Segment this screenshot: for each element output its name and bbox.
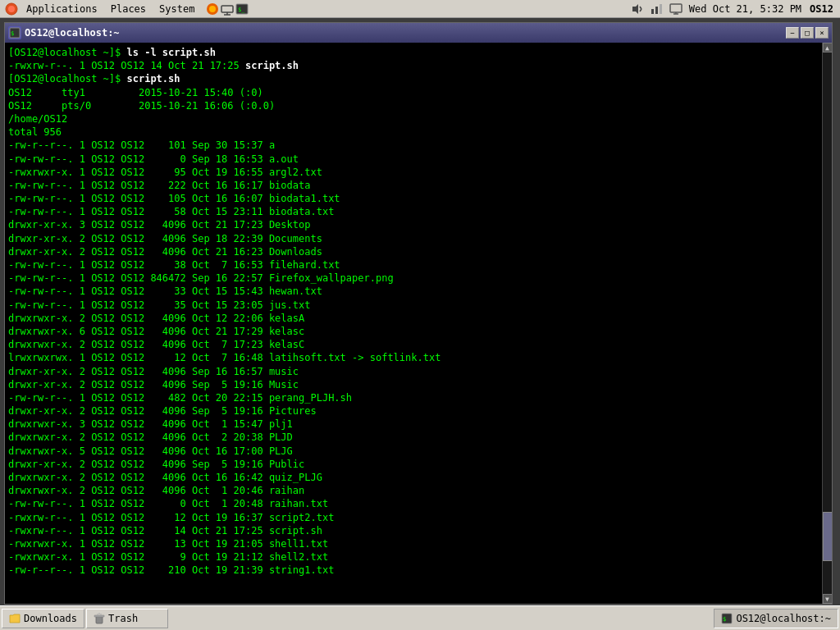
svg-rect-21: [94, 615, 104, 617]
desktop: $ OS12@localhost:~ − □ × [OS12@localhost…: [0, 18, 840, 605]
svg-line-11: [640, 9, 641, 11]
svg-marker-9: [632, 4, 638, 14]
taskbar: Downloads Trash $ OS12@localhost:~: [0, 605, 840, 630]
svg-point-1: [8, 6, 15, 12]
scrollbar-track[interactable]: [823, 52, 833, 594]
network-status-icon: [650, 2, 663, 16]
svg-rect-4: [221, 6, 233, 12]
scrollbar-thumb[interactable]: [823, 512, 833, 561]
terminal-window: $ OS12@localhost:~ − □ × [OS12@localhost…: [4, 22, 833, 605]
svg-rect-15: [670, 4, 682, 12]
menu-places[interactable]: Places: [104, 2, 153, 16]
downloads-label: Downloads: [24, 613, 77, 624]
terminal-scrollbar[interactable]: ▲ ▼: [822, 43, 832, 604]
svg-text:$_: $_: [238, 7, 245, 13]
terminal-taskbar-icon: $: [721, 613, 733, 624]
scrollbar-down-button[interactable]: ▼: [823, 594, 833, 604]
maximize-button[interactable]: □: [801, 27, 814, 39]
terminal-title-text: OS12@localhost:~: [25, 27, 783, 39]
display-icon: [669, 2, 682, 16]
terminal-title-icon: $: [8, 26, 21, 39]
os-label: OS12: [808, 3, 835, 15]
close-button[interactable]: ×: [815, 27, 829, 39]
taskbar-item-downloads[interactable]: Downloads: [2, 609, 84, 628]
svg-rect-12: [651, 9, 654, 14]
terminal-taskbar-label: OS12@localhost:~: [736, 613, 831, 624]
top-bar: Applications Places System $_: [0, 0, 840, 18]
trash-label: Trash: [108, 613, 138, 624]
taskbar-item-terminal[interactable]: $ OS12@localhost:~: [714, 609, 838, 628]
minimize-button[interactable]: −: [786, 27, 799, 39]
svg-rect-13: [655, 7, 658, 14]
os-logo-icon: [5, 2, 18, 16]
top-bar-left: Applications Places System $_: [5, 2, 249, 16]
top-bar-right: Wed Oct 21, 5:32 PM OS12: [630, 2, 835, 16]
firefox-icon[interactable]: [206, 2, 219, 16]
menu-system[interactable]: System: [153, 2, 201, 16]
network-icon[interactable]: [221, 2, 234, 16]
terminal-content[interactable]: [OS12@localhost ~]$ ls -l script.sh -rwx…: [5, 43, 822, 604]
svg-text:$: $: [723, 616, 726, 623]
volume-icon[interactable]: [630, 2, 643, 16]
svg-rect-20: [96, 616, 103, 623]
terminal-titlebar: $ OS12@localhost:~ − □ ×: [5, 23, 832, 43]
svg-line-10: [640, 7, 641, 9]
svg-text:$: $: [11, 30, 14, 37]
top-bar-menu: Applications Places System: [20, 2, 201, 16]
menu-applications[interactable]: Applications: [20, 2, 104, 16]
terminal-icon-small[interactable]: $_: [235, 2, 249, 16]
svg-point-3: [209, 6, 216, 12]
clock: Wed Oct 21, 5:32 PM: [689, 3, 801, 15]
folder-icon: [9, 613, 21, 624]
titlebar-buttons: − □ ×: [786, 27, 829, 39]
scrollbar-up-button[interactable]: ▲: [823, 43, 833, 52]
trash-icon: [94, 613, 105, 624]
svg-rect-14: [660, 4, 662, 14]
taskbar-item-trash[interactable]: Trash: [86, 609, 168, 628]
terminal-body: [OS12@localhost ~]$ ls -l script.sh -rwx…: [5, 43, 832, 604]
